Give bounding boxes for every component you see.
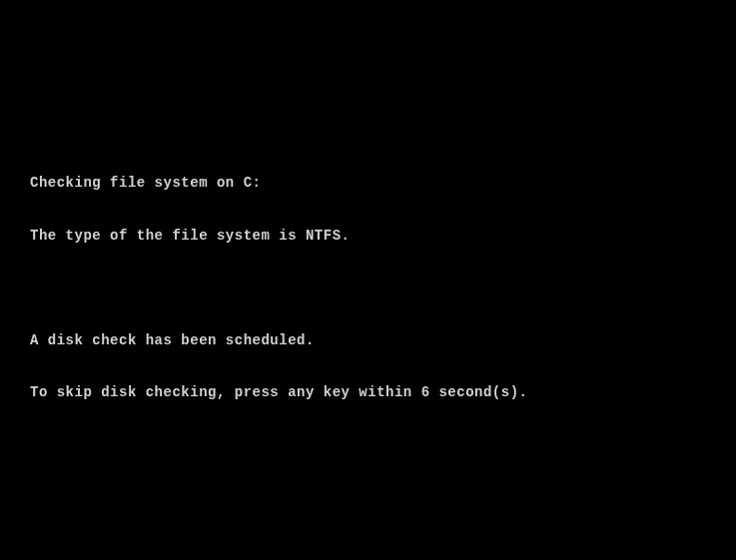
status-line-fstype: The type of the file system is NTFS.	[30, 228, 736, 246]
status-line-checking: Checking file system on C:	[30, 175, 736, 193]
blank-line	[30, 280, 736, 297]
status-line-skip-prompt: To skip disk checking, press any key wit…	[30, 384, 736, 402]
chkdsk-boot-screen[interactable]: Checking file system on C: The type of t…	[0, 0, 736, 560]
status-line-scheduled: A disk check has been scheduled.	[30, 332, 736, 350]
